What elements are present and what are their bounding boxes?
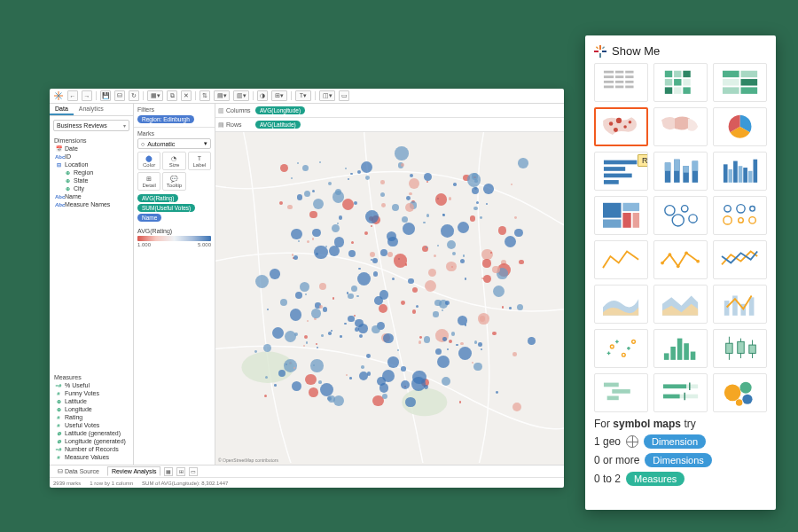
refresh-button[interactable]: ↻ [129, 90, 139, 101]
mark-pill-name[interactable]: Name [137, 214, 161, 222]
svg-point-119 [736, 399, 742, 405]
field-id[interactable]: AbcID [55, 153, 131, 160]
chart-text-table[interactable] [594, 63, 648, 102]
chart-area-disc[interactable] [653, 285, 708, 324]
columns-shelf[interactable]: ▥Columns AVG(Longitude) [215, 104, 564, 118]
fit-button[interactable]: ◫▾ [319, 90, 335, 101]
mark-label-button[interactable]: TLabel [188, 152, 211, 170]
field-state[interactable]: ⊕State [55, 176, 131, 184]
new-worksheet-button[interactable]: ▦▾ [147, 90, 163, 101]
filters-shelf[interactable]: Filters Region: Edinburgh [134, 104, 215, 128]
field-city[interactable]: ⊕City [55, 184, 131, 192]
sort-asc-button[interactable]: ▤▾ [214, 90, 230, 101]
filter-pill-region[interactable]: Region: Edinburgh [137, 115, 194, 123]
svg-rect-45 [604, 167, 625, 171]
legend-gradient [137, 236, 211, 241]
mark-tooltip-button[interactable]: 💬Tooltip [162, 172, 185, 191]
chart-side-bar[interactable] [713, 152, 767, 191]
field-lat-gen[interactable]: ⊕Latitude (generated) [55, 429, 131, 437]
field-pct-useful[interactable]: =#% Useful [55, 381, 131, 389]
chart-line-cont[interactable] [594, 240, 648, 279]
chart-filled-map[interactable] [653, 107, 708, 146]
chart-line-disc[interactable] [653, 240, 708, 279]
sort-desc-button[interactable]: ▥▾ [233, 90, 249, 101]
svg-rect-36 [740, 79, 757, 85]
field-longitude[interactable]: ⊕Longitude [55, 405, 131, 413]
chart-bullet[interactable] [653, 373, 708, 412]
legend-title: AVG(Rating) [137, 228, 211, 234]
chart-stacked-bar[interactable] [653, 152, 708, 191]
tab-data-source[interactable]: ⛁ Data Source [53, 466, 104, 477]
chevron-down-icon: ▾ [204, 140, 207, 147]
data-pane-tabs: Data Analytics [50, 104, 133, 116]
mark-pill-rating[interactable]: AVG(Rating) [137, 194, 178, 202]
group-button[interactable]: ⊞▾ [271, 90, 287, 101]
svg-point-43 [628, 121, 631, 124]
svg-point-82 [696, 260, 700, 263]
chart-treemap[interactable] [594, 196, 648, 235]
field-funny-votes[interactable]: #Funny Votes [55, 389, 131, 397]
rows-shelf[interactable]: ▤Rows AVG(Latitude) [215, 118, 564, 132]
chart-side-circles[interactable] [713, 196, 767, 235]
back-button[interactable]: ← [67, 90, 78, 101]
new-story-button[interactable]: ▭ [189, 467, 198, 476]
measures-list: =#% Useful #Funny Votes ⊕Latitude ⊕Longi… [50, 381, 133, 465]
chart-packed-bubbles[interactable] [713, 373, 767, 412]
chart-heat-map[interactable] [653, 63, 708, 102]
mark-detail-button[interactable]: ⊞Detail [137, 172, 160, 191]
save-button[interactable]: 💾 [100, 90, 111, 101]
datasource-select[interactable]: Business Reviews ▾ [53, 120, 129, 131]
field-useful-votes[interactable]: #Useful Votes [55, 421, 131, 429]
new-dashboard-button[interactable]: ⊞ [176, 467, 185, 476]
chart-box-plot[interactable] [713, 329, 767, 368]
chart-circle-views[interactable] [653, 196, 708, 235]
chart-gantt[interactable] [594, 373, 648, 412]
svg-point-118 [742, 395, 752, 404]
marks-type-select[interactable]: ○Automatic ▾ [137, 138, 211, 149]
chart-histogram[interactable] [653, 329, 708, 368]
chart-symbol-map[interactable] [594, 107, 648, 146]
new-sheet-button[interactable]: ▦ [164, 467, 173, 476]
labels-button[interactable]: T▾ [295, 90, 311, 101]
field-num-records[interactable]: =#Number of Records [55, 445, 131, 453]
field-lon-gen[interactable]: ⊕Longitude (generated) [55, 437, 131, 445]
rows-pill[interactable]: AVG(Latitude) [255, 121, 301, 129]
tab-analytics[interactable]: Analytics [74, 104, 109, 115]
mark-size-button[interactable]: ◔Size [162, 152, 185, 170]
presentation-button[interactable]: ▭ [339, 90, 349, 101]
mark-color-button[interactable]: ⬤Color [137, 152, 160, 170]
chart-area-cont[interactable] [594, 285, 648, 324]
new-data-button[interactable]: ⛁ [114, 90, 125, 101]
tab-review-analysis[interactable]: Review Analysis [107, 466, 161, 476]
field-location[interactable]: ⊟Location [55, 160, 131, 168]
field-name[interactable]: AbcName [55, 192, 131, 200]
svg-point-81 [685, 252, 688, 255]
color-legend[interactable]: AVG(Rating) 1.0005.000 [134, 225, 215, 250]
svg-rect-55 [692, 161, 699, 171]
map-viz[interactable]: © OpenStreetMap contributors [215, 132, 564, 465]
mark-pill-useful[interactable]: SUM(Useful Votes) [137, 204, 195, 212]
field-date[interactable]: 📅Date [55, 145, 131, 153]
swap-button[interactable]: ⇅ [200, 90, 210, 101]
field-region[interactable]: ⊕Region [55, 168, 131, 176]
field-rating[interactable]: #Rating [55, 413, 131, 421]
chart-highlight-table[interactable] [713, 63, 767, 102]
svg-rect-10 [596, 46, 598, 49]
forward-button[interactable]: → [82, 90, 92, 101]
svg-rect-24 [665, 71, 672, 77]
columns-pill[interactable]: AVG(Longitude) [255, 106, 305, 114]
svg-point-76 [750, 207, 755, 212]
chart-scatter[interactable] [594, 329, 648, 368]
field-latitude[interactable]: ⊕Latitude [55, 397, 131, 405]
chart-dual-combo[interactable] [713, 285, 767, 324]
chart-dual-line[interactable] [713, 240, 767, 279]
svg-rect-97 [670, 347, 676, 360]
field-measure-values[interactable]: #Measure Values [55, 453, 131, 461]
tab-data[interactable]: Data [50, 104, 74, 115]
chart-pie[interactable] [713, 107, 767, 146]
highlight-button[interactable]: ◑ [257, 90, 268, 101]
clear-button[interactable]: ✕ [181, 90, 192, 101]
chart-hbar[interactable]: Recommended [594, 152, 648, 191]
duplicate-button[interactable]: ⧉ [167, 90, 177, 101]
field-measure-names[interactable]: AbcMeasure Names [55, 200, 131, 208]
